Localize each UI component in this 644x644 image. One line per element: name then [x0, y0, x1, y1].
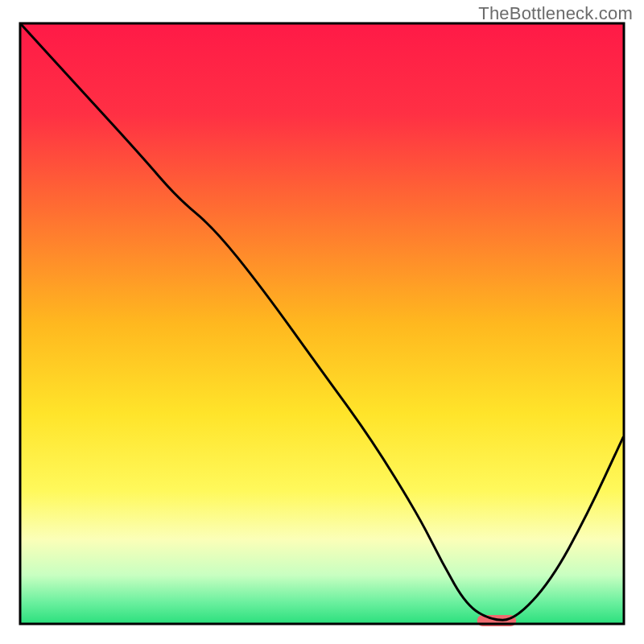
chart-svg [0, 0, 644, 644]
watermark-text: TheBottleneck.com [478, 3, 633, 24]
chart-background [21, 24, 623, 623]
bottleneck-chart: TheBottleneck.com [0, 0, 644, 644]
